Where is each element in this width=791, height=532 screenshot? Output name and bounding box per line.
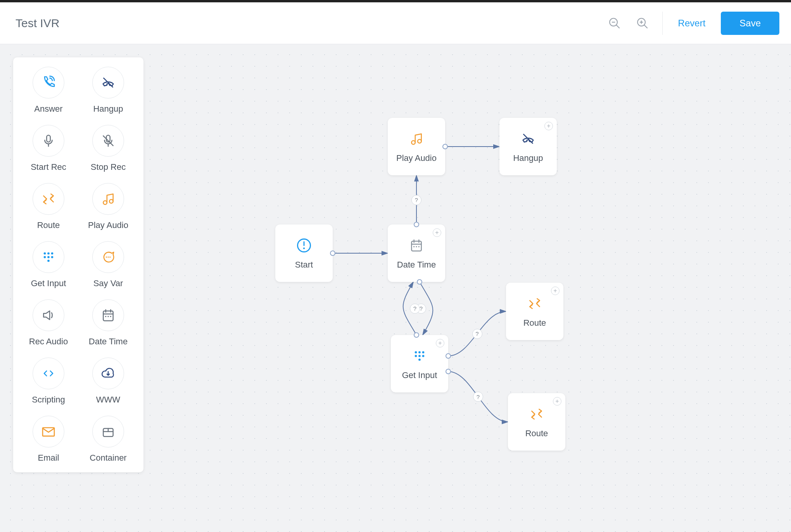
node-start[interactable]: Start (275, 225, 333, 282)
music-icon (408, 130, 425, 148)
node-label: Hangup (513, 153, 543, 163)
zoom-out-icon (608, 17, 621, 30)
svg-point-45 (416, 246, 417, 247)
flow-canvas[interactable]: Start+Date TimePlay Audio+Hangup+Get Inp… (0, 44, 791, 532)
svg-point-52 (422, 351, 425, 354)
edge-label[interactable]: ? (473, 392, 483, 402)
node-getinput[interactable]: +Get Input (391, 335, 448, 392)
node-add-button[interactable]: + (544, 122, 553, 130)
node-route1[interactable]: +Route (506, 283, 563, 340)
edge-port[interactable] (442, 144, 448, 149)
flow-title: Test IVR (16, 17, 606, 30)
node-datetime[interactable]: +Date Time (388, 225, 445, 282)
svg-point-47 (411, 141, 415, 145)
edge-port[interactable] (414, 222, 419, 227)
header-divider (662, 12, 663, 35)
edge-label[interactable]: ? (410, 304, 420, 314)
start-icon (295, 237, 313, 254)
svg-point-51 (418, 351, 421, 354)
save-button[interactable]: Save (721, 12, 779, 35)
edge-port[interactable] (330, 250, 335, 256)
node-playaudio[interactable]: Play Audio (388, 118, 445, 175)
node-label: Play Audio (396, 153, 437, 163)
route-icon (528, 405, 546, 423)
zoom-in-icon (636, 17, 649, 30)
node-label: Start (295, 260, 313, 270)
svg-line-4 (644, 25, 648, 28)
node-label: Route (523, 318, 546, 328)
edge-label[interactable]: ? (472, 329, 482, 339)
svg-point-53 (415, 355, 417, 357)
zoom-in-button[interactable] (634, 15, 651, 31)
svg-line-1 (616, 25, 620, 28)
node-add-button[interactable]: + (433, 228, 441, 237)
node-add-button[interactable]: + (436, 339, 444, 347)
svg-point-39 (303, 247, 305, 249)
header-bar: Test IVR Revert Save (0, 2, 791, 44)
node-add-button[interactable]: + (551, 287, 560, 295)
node-route2[interactable]: +Route (508, 393, 565, 451)
edge-port[interactable] (446, 353, 451, 359)
node-hangup[interactable]: +Hangup (499, 118, 557, 175)
node-label: Route (525, 428, 548, 439)
svg-point-54 (418, 355, 421, 357)
node-label: Get Input (402, 370, 437, 380)
edge-port[interactable] (417, 279, 422, 285)
dialpad-icon (411, 347, 428, 365)
revert-button[interactable]: Revert (678, 18, 706, 29)
node-add-button[interactable]: + (553, 397, 561, 406)
svg-point-46 (418, 246, 420, 247)
edge-port[interactable] (414, 332, 419, 338)
hangup-icon (519, 130, 537, 148)
svg-point-56 (418, 359, 421, 361)
svg-point-48 (418, 140, 421, 143)
zoom-out-button[interactable] (606, 15, 623, 31)
svg-point-50 (415, 351, 417, 354)
svg-point-44 (413, 246, 414, 247)
edge-layer (0, 44, 791, 532)
workspace[interactable]: AnswerHangupStart RecStop RecRoutePlay A… (0, 44, 791, 532)
route-icon (526, 295, 544, 313)
node-label: Date Time (397, 260, 436, 270)
edge-label[interactable]: ? (411, 195, 421, 205)
calendar-icon (408, 237, 425, 254)
svg-point-55 (422, 355, 425, 357)
edge-port[interactable] (446, 369, 451, 374)
